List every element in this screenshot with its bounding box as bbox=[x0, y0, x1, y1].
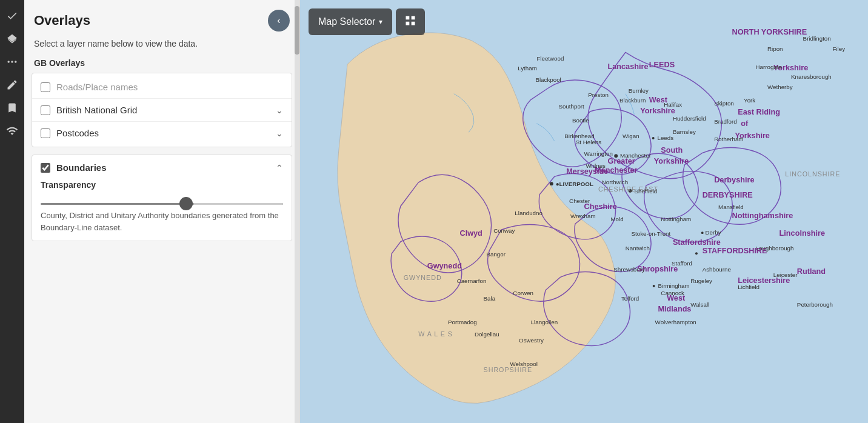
map-svg: NORTH YORKSHIRE Yorkshire East Riding of… bbox=[300, 0, 868, 423]
svg-text:Burnley: Burnley bbox=[629, 87, 649, 94]
map-selector-chevron-icon: ▾ bbox=[379, 18, 382, 26]
scroll-indicator[interactable] bbox=[295, 0, 299, 423]
boundaries-description: County, District and Unitary Authority b… bbox=[41, 210, 283, 233]
transparency-slider-container bbox=[41, 195, 283, 201]
svg-text:Telford: Telford bbox=[621, 295, 639, 302]
scroll-thumb bbox=[295, 6, 299, 55]
svg-text:GWYNEDD: GWYNEDD bbox=[404, 274, 442, 281]
svg-text:Nantwich: Nantwich bbox=[626, 245, 650, 251]
svg-text:Bradford: Bradford bbox=[714, 118, 736, 125]
svg-text:Leicester: Leicester bbox=[773, 271, 798, 278]
boundaries-box: Boundaries ⌃ Transparency County, Distri… bbox=[32, 155, 292, 241]
svg-text:Bala: Bala bbox=[484, 295, 496, 302]
svg-text:Bridlington: Bridlington bbox=[803, 35, 831, 42]
svg-text:Derbyshire: Derbyshire bbox=[714, 176, 754, 184]
svg-text:Caernarfon: Caernarfon bbox=[457, 278, 487, 284]
map-selector-label: Map Selector bbox=[318, 16, 375, 27]
svg-text:Mansfield: Mansfield bbox=[718, 204, 744, 210]
svg-text:Barnsley: Barnsley bbox=[673, 128, 696, 135]
edit-nav-icon[interactable] bbox=[1, 74, 23, 96]
svg-text:Conway: Conway bbox=[493, 227, 515, 234]
grid-view-button[interactable] bbox=[396, 8, 425, 35]
grid-icon bbox=[404, 15, 416, 27]
svg-text:Birmingham: Birmingham bbox=[658, 282, 690, 289]
sidebar-title: Overlays bbox=[34, 13, 90, 28]
transparency-label: Transparency bbox=[41, 180, 283, 190]
layers-nav-icon[interactable] bbox=[1, 28, 23, 50]
svg-text:Nottinghamshire: Nottinghamshire bbox=[732, 212, 793, 220]
map-area: NORTH YORKSHIRE Yorkshire East Riding of… bbox=[300, 0, 868, 423]
svg-text:Dolgellau: Dolgellau bbox=[475, 331, 499, 338]
svg-point-32 bbox=[550, 182, 553, 185]
svg-text:Northwich: Northwich bbox=[602, 179, 628, 185]
svg-text:Midlands: Midlands bbox=[658, 305, 692, 313]
svg-text:Gwynedd: Gwynedd bbox=[427, 262, 462, 270]
svg-text:Rugeley: Rugeley bbox=[690, 278, 712, 284]
svg-text:Llangollen: Llangollen bbox=[531, 319, 558, 325]
svg-text:Rutland: Rutland bbox=[797, 267, 826, 276]
map-selector-button[interactable]: Map Selector ▾ bbox=[309, 8, 392, 35]
svg-text:Lincolnshire: Lincolnshire bbox=[780, 229, 825, 238]
svg-text:Manchester: Manchester bbox=[620, 152, 652, 159]
svg-text:Peterborough: Peterborough bbox=[797, 301, 833, 308]
svg-text:Yorkshire: Yorkshire bbox=[654, 157, 689, 165]
roads-checkbox[interactable] bbox=[41, 82, 50, 92]
svg-text:Knaresborough: Knaresborough bbox=[791, 73, 832, 80]
svg-text:Lancashire: Lancashire bbox=[608, 62, 649, 71]
svg-text:Ashbourne: Ashbourne bbox=[703, 266, 731, 273]
postcodes-chevron-icon: ⌄ bbox=[276, 128, 283, 138]
bng-checkbox[interactable] bbox=[41, 105, 50, 115]
sidebar-header: Overlays ‹ bbox=[24, 0, 299, 36]
roads-label: Roads/Place names bbox=[56, 82, 283, 92]
svg-text:Ripon: Ripon bbox=[767, 45, 783, 52]
postcodes-checkbox[interactable] bbox=[41, 128, 50, 138]
signal-nav-icon[interactable] bbox=[1, 120, 23, 142]
boundaries-checkbox[interactable] bbox=[41, 163, 50, 173]
svg-text:Chester: Chester bbox=[569, 198, 590, 204]
icon-bar bbox=[0, 0, 24, 423]
svg-text:Huddersfield: Huddersfield bbox=[673, 115, 706, 122]
slider-thumb[interactable] bbox=[179, 197, 193, 210]
svg-text:Corwen: Corwen bbox=[513, 290, 533, 296]
svg-text:Harrogate: Harrogate bbox=[756, 64, 782, 70]
svg-text:York: York bbox=[744, 97, 755, 104]
svg-text:Staffordshire: Staffordshire bbox=[673, 238, 721, 247]
map-toolbar: Map Selector ▾ bbox=[309, 8, 425, 35]
sidebar-panel: Overlays ‹ Select a layer name below to … bbox=[24, 0, 300, 423]
svg-text:Fleetwood: Fleetwood bbox=[536, 55, 564, 62]
svg-text:Wolverhampton: Wolverhampton bbox=[655, 319, 696, 325]
slider-track-right bbox=[193, 203, 283, 205]
svg-text:Cannock: Cannock bbox=[661, 290, 684, 296]
svg-text:Stoke-on-Trent: Stoke-on-Trent bbox=[632, 230, 671, 237]
svg-text:Loughborough: Loughborough bbox=[756, 245, 794, 251]
svg-point-40 bbox=[701, 231, 704, 234]
overlay-item-postcodes[interactable]: Postcodes ⌄ bbox=[32, 122, 292, 144]
svg-text:DERBYSHIRE: DERBYSHIRE bbox=[703, 191, 753, 199]
svg-text:Wigan: Wigan bbox=[623, 133, 639, 139]
svg-text:St Helens: St Helens bbox=[576, 139, 601, 145]
svg-point-44 bbox=[653, 285, 655, 287]
svg-text:Lytham: Lytham bbox=[518, 65, 537, 72]
slider-track bbox=[41, 203, 283, 205]
svg-text:LINCOLNSHIRE: LINCOLNSHIRE bbox=[785, 170, 840, 178]
svg-text:Bangor: Bangor bbox=[486, 251, 506, 258]
svg-text:Widnes: Widnes bbox=[586, 162, 606, 169]
bookmark-nav-icon[interactable] bbox=[1, 97, 23, 119]
svg-text:Derby: Derby bbox=[706, 229, 721, 236]
svg-text:Oswestry: Oswestry bbox=[519, 337, 544, 344]
svg-text:Southport: Southport bbox=[559, 103, 585, 110]
boundaries-title: Boundaries bbox=[56, 162, 270, 173]
overlay-item-bng[interactable]: British National Grid ⌄ bbox=[32, 99, 292, 122]
svg-text:●LIVERPOOL: ●LIVERPOOL bbox=[556, 181, 593, 187]
svg-text:Portmadog: Portmadog bbox=[448, 319, 477, 325]
check-nav-icon[interactable] bbox=[1, 5, 23, 27]
svg-text:Warrington: Warrington bbox=[584, 150, 613, 157]
collapse-button[interactable]: ‹ bbox=[268, 10, 290, 32]
svg-text:Bootle: Bootle bbox=[572, 117, 589, 124]
svg-text:Welshpool: Welshpool bbox=[510, 361, 537, 367]
svg-text:CHESHIRE EAST: CHESHIRE EAST bbox=[598, 185, 658, 193]
overlay-item-roads[interactable]: Roads/Place names bbox=[32, 76, 292, 99]
svg-text:South: South bbox=[661, 146, 683, 155]
dots-nav-icon[interactable] bbox=[1, 51, 23, 73]
bng-label: British National Grid bbox=[56, 105, 270, 115]
